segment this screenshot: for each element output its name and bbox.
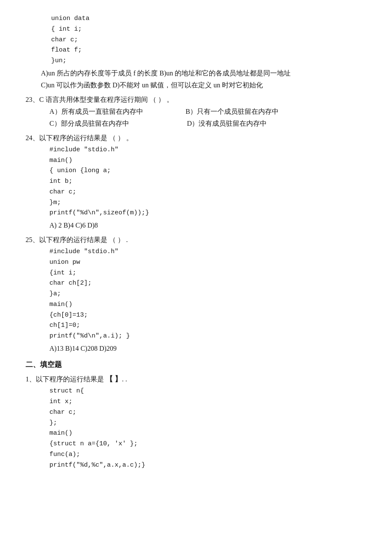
q25-code-5: }a; [49,289,366,300]
code-line-2: { int i; [51,24,366,35]
q23-option-d: D）没有成员驻留在内存中 [146,118,267,130]
fill-q1-code-6: {struct n a={10, 'x' }; [49,439,366,450]
fill-q1-text: 1、以下程序的运行结果是 【 】. . [26,373,366,386]
q23-option-b: B）只有一个成员驻留在内存中 [160,106,279,118]
code-line-5: }un; [51,56,366,66]
q22-options-ab: A)un 所占的内存长度等于成员 f 的长度 B)un 的地址和它的各成员地址都… [26,67,366,79]
q23-options-row2: C）部分成员驻留在内存中 D）没有成员驻留在内存中 [26,118,366,130]
q23-option-a: A）所有成员一直驻留在内存中 [49,106,143,118]
q25-text: 25、以下程序的运行结果是 （ ） . [26,234,366,246]
fill-bracket: 【 】 [106,375,122,383]
q23-options-row1: A）所有成员一直驻留在内存中 B）只有一个成员驻留在内存中 [26,106,366,118]
q25-code-3: {int i; [49,268,366,279]
section2-title: 二、填空题 [26,359,366,371]
q24-code-7: printf("%d\n",sizeof(m));} [49,208,366,219]
q25-code-6: main() [49,300,366,310]
q24-code-2: main() [49,156,366,166]
q24-text: 24、以下程序的运行结果是 （ ） 。 [26,132,366,144]
q24-options: A) 2 B)4 C)6 D)8 [26,219,366,231]
q24-code-6: }m; [49,198,366,208]
q22-options-cd: C)un 可以作为函数参数 D)不能对 un 赋值，但可以在定义 un 时对它初… [26,79,366,91]
q25-code-9: printf("%d\n",a.i); } [49,331,366,342]
fill-q1-code-7: func(a); [49,450,366,460]
q25-options: A)13 B)14 C)208 D)209 [26,343,366,355]
fill-q1-code-5: main() [49,428,366,439]
fill-q1-code-8: printf("%d,%c",a.x,a.c);} [49,460,366,471]
code-line-4: float f; [51,45,366,56]
fill-q1-code: struct n{ int x; char c; }; main() {stru… [26,386,366,470]
q25-code-2: union pw [49,257,366,268]
q24-code-3: { union {long a; [49,166,366,176]
union-def-code: union data { int i; char c; float f; }un… [26,14,366,66]
fill-q1-code-2: int x; [49,397,366,407]
q23-text: 23、C 语言共用体型变量在程序运行期间 （ ） 。 [26,94,366,106]
q25-code-1: #include "stdio.h" [49,247,366,257]
fill-q1-code-4: }; [49,418,366,429]
q24-code-5: char c; [49,187,366,198]
q25-code-8: ch[1]=0; [49,320,366,331]
code-line-1: union data [51,14,366,24]
q24-code-1: #include "stdio.h" [49,145,366,156]
q24-code-4: int b; [49,176,366,187]
fill-q1-code-3: char c; [49,407,366,418]
code-line-3: char c; [51,35,366,46]
q24-code: #include "stdio.h" main() { union {long … [26,145,366,219]
fill-q1-code-1: struct n{ [49,386,366,397]
page-content: union data { int i; char c; float f; }un… [26,14,366,470]
q23-option-c: C）部分成员驻留在内存中 [49,118,129,130]
q25-code-4: char ch[2]; [49,278,366,289]
q25-code-7: {ch[0]=13; [49,310,366,321]
q25-code: #include "stdio.h" union pw {int i; char… [26,247,366,342]
